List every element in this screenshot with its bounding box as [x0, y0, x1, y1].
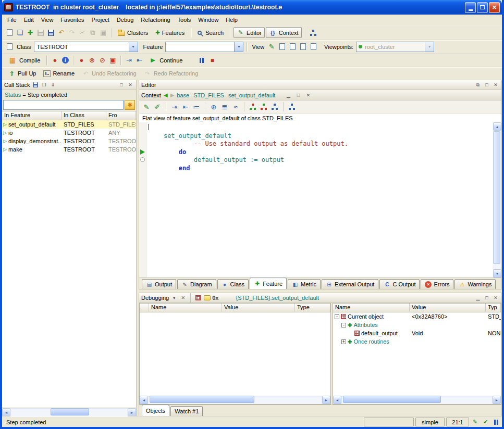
interface-view-icon[interactable]: [309, 42, 318, 52]
clickable-view-icon[interactable]: [288, 42, 297, 52]
editor-close-icon[interactable]: ✕: [492, 82, 499, 89]
scrollbar-thumb[interactable]: [150, 396, 254, 403]
call-stack-maximize-icon[interactable]: □: [118, 82, 125, 89]
editor-tool-button[interactable]: ✎ Editor: [233, 27, 265, 38]
clients-icon[interactable]: [270, 102, 279, 111]
column-header-fro[interactable]: Fro: [106, 111, 136, 120]
breakpoints-disable-icon[interactable]: ⊗: [87, 56, 96, 65]
tab-external-output[interactable]: ⊞External Output: [322, 279, 378, 289]
menu-refactoring[interactable]: Refactoring: [137, 15, 174, 24]
call-stack-window-icon[interactable]: ❐: [41, 82, 48, 89]
breadcrumb-item-0[interactable]: base: [177, 92, 189, 98]
menu-view[interactable]: View: [38, 15, 57, 24]
pull-up-button[interactable]: ⇧ Pull Up: [5, 68, 39, 79]
scroll-right-icon[interactable]: ►: [322, 396, 330, 404]
breadcrumb-item-1[interactable]: STD_FILES: [193, 92, 224, 98]
call-stack-horizontal-scrollbar[interactable]: ◄ ►: [2, 408, 136, 417]
code-line[interactable]: -- Use standard output as default output…: [149, 140, 491, 148]
stop-icon[interactable]: ■: [207, 56, 217, 65]
code-line[interactable]: do: [149, 148, 491, 157]
tab-watch-1[interactable]: Watch #1: [170, 406, 203, 416]
code-line[interactable]: default_output := output: [149, 156, 491, 165]
title-bar[interactable]: TESTROOT in cluster root_cluster located…: [2, 0, 502, 15]
call-stack-row[interactable]: ▷ioTESTROOTANY: [2, 129, 136, 137]
tab-diagram[interactable]: ✎Diagram: [177, 279, 216, 289]
call-stack-import-icon[interactable]: ⇓: [50, 82, 57, 89]
scroll-left-icon[interactable]: ◄: [2, 408, 10, 417]
object-tree-row[interactable]: +✚Once routines: [333, 337, 501, 346]
hex-format-button[interactable]: 0x: [212, 295, 218, 301]
watch-column-Type[interactable]: Type: [295, 304, 330, 312]
tree-expander-icon[interactable]: -: [341, 323, 346, 327]
delete-expression-icon[interactable]: ✕: [179, 295, 187, 301]
new-development-window-icon[interactable]: [309, 28, 318, 37]
scrollbar-thumb[interactable]: [51, 408, 89, 415]
editor-gutter[interactable]: [139, 122, 146, 277]
basic-text-view-icon[interactable]: [277, 42, 287, 52]
watch-horizontal-scrollbar[interactable]: ◄ ►: [140, 396, 330, 404]
flat-view-button[interactable]: [298, 42, 308, 52]
rename-button[interactable]: I.. Rename: [40, 69, 78, 79]
scrollbar-track[interactable]: [148, 396, 322, 404]
system-info-icon[interactable]: i: [60, 56, 70, 65]
context-close-icon[interactable]: ✕: [304, 92, 312, 98]
scroll-left-icon[interactable]: ◄: [140, 396, 148, 404]
class-combobox[interactable]: TESTROOT ▼: [34, 42, 138, 52]
viewpoints-combobox[interactable]: root_cluster ▼: [356, 42, 434, 52]
display-objects-icon[interactable]: [194, 295, 202, 301]
code-line[interactable]: end: [149, 165, 491, 173]
search-button[interactable]: Search: [194, 28, 227, 37]
tab-output[interactable]: ▤Output: [142, 279, 176, 289]
close-button[interactable]: ✕: [489, 2, 500, 13]
feature-combobox-arrow-icon[interactable]: ▼: [234, 42, 243, 52]
menu-edit[interactable]: Edit: [20, 15, 38, 24]
debugging-close-icon[interactable]: ✕: [492, 295, 499, 301]
scroll-down-icon[interactable]: ▼: [493, 269, 501, 277]
objects-horizontal-scrollbar[interactable]: ◄ ►: [333, 396, 501, 404]
editor-vertical-scrollbar[interactable]: ▲ ▼: [493, 122, 501, 277]
stack-depth-input[interactable]: [3, 100, 124, 110]
objects-column-typ[interactable]: Typ: [486, 304, 501, 312]
breakpoints-show-icon[interactable]: ▣: [108, 56, 117, 65]
editor-view-button[interactable]: ✎: [267, 42, 276, 52]
context-maximize-icon[interactable]: □: [294, 92, 302, 98]
step-over-icon[interactable]: ⇥: [124, 56, 133, 65]
scroll-right-icon[interactable]: ►: [128, 408, 136, 417]
menu-project[interactable]: Project: [88, 15, 113, 24]
tree-expander-icon[interactable]: -: [335, 314, 339, 319]
new-feature-icon[interactable]: ✐: [153, 102, 162, 111]
tree-expander-icon[interactable]: +: [341, 339, 346, 344]
flat-view-icon[interactable]: [298, 42, 308, 52]
debugging-maximize-icon[interactable]: □: [483, 295, 490, 301]
refresh-stack-button[interactable]: ✱: [125, 100, 135, 110]
column-header-in-class[interactable]: In Class: [62, 111, 106, 120]
object-tree-row[interactable]: -Current object<0x32A8760>STD_FILES: [333, 312, 501, 321]
tab-metric[interactable]: ◧Metric: [288, 279, 321, 289]
history-back-icon[interactable]: ◀: [164, 92, 168, 98]
feature-combobox[interactable]: ▼: [165, 42, 243, 52]
maximize-button[interactable]: [477, 2, 488, 13]
menu-debug[interactable]: Debug: [113, 15, 137, 24]
descendants-icon[interactable]: [259, 102, 268, 111]
breadcrumb-item-2[interactable]: set_output_default: [228, 92, 276, 98]
save-all-icon[interactable]: [46, 28, 56, 37]
assigners-icon[interactable]: ≔: [192, 102, 201, 111]
tab-warnings[interactable]: ⚠Warnings: [454, 279, 496, 289]
scrollbar-track[interactable]: [341, 396, 493, 404]
scroll-left-icon[interactable]: ◄: [333, 396, 341, 404]
tree-view-icon[interactable]: [287, 102, 297, 111]
open-file-icon[interactable]: ❏: [15, 28, 24, 37]
watch-column-tree[interactable]: [140, 304, 149, 312]
objects-column-value[interactable]: Value: [410, 304, 486, 312]
menu-favorites[interactable]: Favorites: [57, 15, 88, 24]
scrollbar-thumb[interactable]: [343, 396, 441, 403]
evaluate-icon[interactable]: [203, 295, 211, 301]
menu-file[interactable]: File: [4, 15, 20, 24]
watch-column-Name[interactable]: Name: [149, 304, 222, 312]
tab-feature[interactable]: ✚Feature: [250, 277, 287, 289]
breakpoints-enable-icon[interactable]: ●: [77, 56, 86, 65]
scrollbar-track[interactable]: [493, 131, 501, 269]
scrollbar-thumb[interactable]: [493, 131, 500, 264]
editor-view-icon[interactable]: ✎: [267, 42, 276, 52]
implementers-icon[interactable]: ≣: [220, 102, 229, 111]
